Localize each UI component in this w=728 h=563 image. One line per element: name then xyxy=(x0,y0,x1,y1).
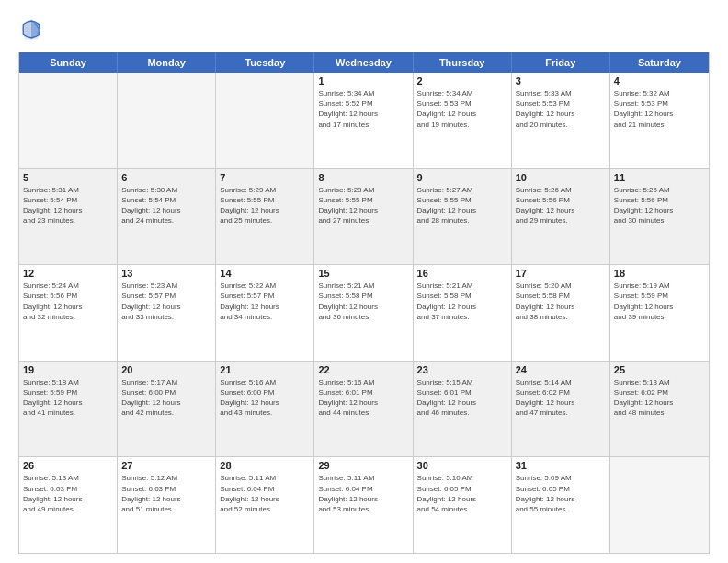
day-number: 10 xyxy=(516,172,606,183)
day-info: Sunrise: 5:34 AM Sunset: 5:52 PM Dayligh… xyxy=(318,88,408,130)
calendar-header-cell: Sunday xyxy=(19,52,118,73)
day-number: 11 xyxy=(614,172,705,183)
day-info: Sunrise: 5:29 AM Sunset: 5:55 PM Dayligh… xyxy=(220,185,310,226)
day-number: 6 xyxy=(121,172,211,183)
day-number: 9 xyxy=(417,172,507,183)
calendar-cell: 12Sunrise: 5:24 AM Sunset: 5:56 PM Dayli… xyxy=(19,265,118,361)
calendar-cell: 24Sunrise: 5:14 AM Sunset: 6:02 PM Dayli… xyxy=(512,362,610,457)
day-number: 30 xyxy=(417,460,507,471)
day-number: 29 xyxy=(318,460,408,471)
day-info: Sunrise: 5:15 AM Sunset: 6:01 PM Dayligh… xyxy=(417,377,507,419)
day-info: Sunrise: 5:11 AM Sunset: 6:04 PM Dayligh… xyxy=(220,473,310,514)
calendar-cell: 7Sunrise: 5:29 AM Sunset: 5:55 PM Daylig… xyxy=(216,169,314,265)
calendar-header-row: SundayMondayTuesdayWednesdayThursdayFrid… xyxy=(19,52,709,73)
day-number: 3 xyxy=(516,75,606,86)
page: SundayMondayTuesdayWednesdayThursdayFrid… xyxy=(0,0,728,563)
logo xyxy=(18,17,48,42)
calendar-cell-empty xyxy=(19,73,118,168)
calendar-cell-empty xyxy=(216,73,314,168)
calendar-cell: 8Sunrise: 5:28 AM Sunset: 5:55 PM Daylig… xyxy=(314,169,413,265)
day-number: 12 xyxy=(23,268,113,279)
calendar-week: 26Sunrise: 5:13 AM Sunset: 6:03 PM Dayli… xyxy=(19,456,709,553)
day-info: Sunrise: 5:23 AM Sunset: 5:57 PM Dayligh… xyxy=(121,281,211,322)
calendar-cell-empty xyxy=(118,73,216,168)
calendar-cell: 18Sunrise: 5:19 AM Sunset: 5:59 PM Dayli… xyxy=(610,265,709,361)
calendar-cell: 21Sunrise: 5:16 AM Sunset: 6:00 PM Dayli… xyxy=(216,362,314,457)
day-number: 19 xyxy=(23,364,113,375)
day-info: Sunrise: 5:32 AM Sunset: 5:53 PM Dayligh… xyxy=(614,88,705,130)
calendar: SundayMondayTuesdayWednesdayThursdayFrid… xyxy=(18,52,710,554)
day-info: Sunrise: 5:34 AM Sunset: 5:53 PM Dayligh… xyxy=(417,88,507,130)
day-info: Sunrise: 5:28 AM Sunset: 5:55 PM Dayligh… xyxy=(318,185,408,226)
day-info: Sunrise: 5:26 AM Sunset: 5:56 PM Dayligh… xyxy=(516,185,606,226)
calendar-cell: 11Sunrise: 5:25 AM Sunset: 5:56 PM Dayli… xyxy=(610,169,709,265)
day-number: 17 xyxy=(516,268,606,279)
calendar-cell: 19Sunrise: 5:18 AM Sunset: 5:59 PM Dayli… xyxy=(19,362,118,457)
day-number: 15 xyxy=(318,268,408,279)
day-info: Sunrise: 5:09 AM Sunset: 6:05 PM Dayligh… xyxy=(516,473,606,514)
day-number: 23 xyxy=(417,364,507,375)
calendar-cell: 16Sunrise: 5:21 AM Sunset: 5:58 PM Dayli… xyxy=(414,265,512,361)
calendar-cell: 13Sunrise: 5:23 AM Sunset: 5:57 PM Dayli… xyxy=(118,265,216,361)
calendar-week: 12Sunrise: 5:24 AM Sunset: 5:56 PM Dayli… xyxy=(19,264,709,361)
day-info: Sunrise: 5:21 AM Sunset: 5:58 PM Dayligh… xyxy=(417,281,507,322)
calendar-cell: 17Sunrise: 5:20 AM Sunset: 5:58 PM Dayli… xyxy=(512,265,610,361)
day-number: 16 xyxy=(417,268,507,279)
day-info: Sunrise: 5:19 AM Sunset: 5:59 PM Dayligh… xyxy=(614,281,705,322)
day-number: 8 xyxy=(318,172,408,183)
day-info: Sunrise: 5:18 AM Sunset: 5:59 PM Dayligh… xyxy=(23,377,113,419)
day-number: 21 xyxy=(220,364,310,375)
day-info: Sunrise: 5:16 AM Sunset: 6:01 PM Dayligh… xyxy=(318,377,408,419)
calendar-cell: 31Sunrise: 5:09 AM Sunset: 6:05 PM Dayli… xyxy=(512,457,610,553)
day-number: 31 xyxy=(516,460,606,471)
day-number: 20 xyxy=(121,364,211,375)
calendar-cell: 23Sunrise: 5:15 AM Sunset: 6:01 PM Dayli… xyxy=(414,362,512,457)
calendar-cell: 14Sunrise: 5:22 AM Sunset: 5:57 PM Dayli… xyxy=(216,265,314,361)
day-number: 28 xyxy=(220,460,310,471)
calendar-header-cell: Wednesday xyxy=(314,52,413,73)
calendar-cell: 4Sunrise: 5:32 AM Sunset: 5:53 PM Daylig… xyxy=(610,73,709,168)
day-number: 1 xyxy=(318,75,408,86)
day-info: Sunrise: 5:12 AM Sunset: 6:03 PM Dayligh… xyxy=(121,473,211,514)
day-info: Sunrise: 5:24 AM Sunset: 5:56 PM Dayligh… xyxy=(23,281,113,322)
day-number: 18 xyxy=(614,268,705,279)
calendar-cell: 29Sunrise: 5:11 AM Sunset: 6:04 PM Dayli… xyxy=(314,457,413,553)
day-info: Sunrise: 5:27 AM Sunset: 5:55 PM Dayligh… xyxy=(417,185,507,226)
day-info: Sunrise: 5:14 AM Sunset: 6:02 PM Dayligh… xyxy=(516,377,606,419)
day-info: Sunrise: 5:17 AM Sunset: 6:00 PM Dayligh… xyxy=(121,377,211,419)
day-info: Sunrise: 5:25 AM Sunset: 5:56 PM Dayligh… xyxy=(614,185,705,226)
day-number: 25 xyxy=(614,364,705,375)
day-number: 5 xyxy=(23,172,113,183)
calendar-cell: 22Sunrise: 5:16 AM Sunset: 6:01 PM Dayli… xyxy=(314,362,413,457)
day-number: 13 xyxy=(121,268,211,279)
calendar-cell: 3Sunrise: 5:33 AM Sunset: 5:53 PM Daylig… xyxy=(512,73,610,168)
calendar-cell: 5Sunrise: 5:31 AM Sunset: 5:54 PM Daylig… xyxy=(19,169,118,265)
day-info: Sunrise: 5:10 AM Sunset: 6:05 PM Dayligh… xyxy=(417,473,507,514)
calendar-cell: 6Sunrise: 5:30 AM Sunset: 5:54 PM Daylig… xyxy=(118,169,216,265)
logo-icon xyxy=(18,17,44,42)
calendar-cell: 10Sunrise: 5:26 AM Sunset: 5:56 PM Dayli… xyxy=(512,169,610,265)
calendar-cell: 9Sunrise: 5:27 AM Sunset: 5:55 PM Daylig… xyxy=(414,169,512,265)
calendar-header-cell: Friday xyxy=(512,52,610,73)
calendar-week: 1Sunrise: 5:34 AM Sunset: 5:52 PM Daylig… xyxy=(19,73,709,168)
day-number: 24 xyxy=(516,364,606,375)
calendar-cell: 20Sunrise: 5:17 AM Sunset: 6:00 PM Dayli… xyxy=(118,362,216,457)
day-number: 27 xyxy=(121,460,211,471)
day-info: Sunrise: 5:21 AM Sunset: 5:58 PM Dayligh… xyxy=(318,281,408,322)
calendar-cell: 28Sunrise: 5:11 AM Sunset: 6:04 PM Dayli… xyxy=(216,457,314,553)
calendar-cell: 30Sunrise: 5:10 AM Sunset: 6:05 PM Dayli… xyxy=(414,457,512,553)
calendar-cell-empty xyxy=(610,457,709,553)
calendar-cell: 2Sunrise: 5:34 AM Sunset: 5:53 PM Daylig… xyxy=(414,73,512,168)
day-info: Sunrise: 5:20 AM Sunset: 5:58 PM Dayligh… xyxy=(516,281,606,322)
day-number: 7 xyxy=(220,172,310,183)
calendar-header-cell: Thursday xyxy=(414,52,512,73)
day-number: 4 xyxy=(614,75,705,86)
calendar-cell: 27Sunrise: 5:12 AM Sunset: 6:03 PM Dayli… xyxy=(118,457,216,553)
calendar-header-cell: Saturday xyxy=(610,52,709,73)
calendar-header-cell: Tuesday xyxy=(216,52,314,73)
calendar-week: 19Sunrise: 5:18 AM Sunset: 5:59 PM Dayli… xyxy=(19,361,709,457)
day-info: Sunrise: 5:33 AM Sunset: 5:53 PM Dayligh… xyxy=(516,88,606,130)
calendar-header-cell: Monday xyxy=(118,52,216,73)
day-info: Sunrise: 5:11 AM Sunset: 6:04 PM Dayligh… xyxy=(318,473,408,514)
calendar-cell: 1Sunrise: 5:34 AM Sunset: 5:52 PM Daylig… xyxy=(314,73,413,168)
